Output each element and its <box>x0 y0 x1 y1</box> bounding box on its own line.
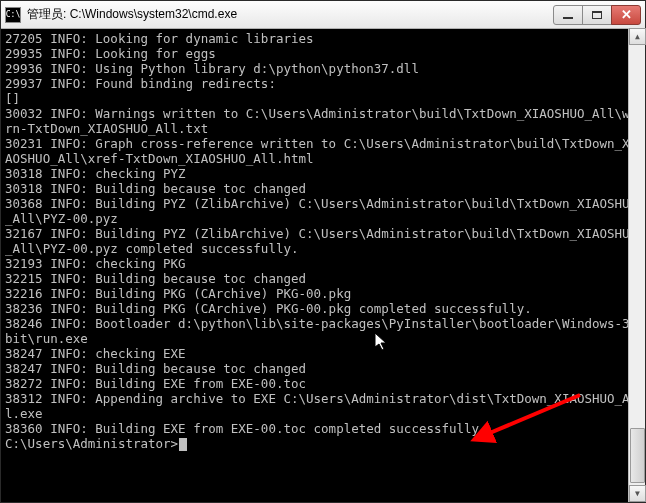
terminal-line: 32167 INFO: Building PYZ (ZlibArchive) C… <box>5 226 641 256</box>
minimize-button[interactable] <box>553 5 583 25</box>
vertical-scrollbar[interactable]: ▲ ▼ <box>628 28 645 502</box>
terminal-line: 30318 INFO: checking PYZ <box>5 166 641 181</box>
terminal-line: 32193 INFO: checking PKG <box>5 256 641 271</box>
maximize-button[interactable] <box>582 5 612 25</box>
terminal-cursor <box>179 438 187 451</box>
terminal-line: 30368 INFO: Building PYZ (ZlibArchive) C… <box>5 196 641 226</box>
terminal-line: 29936 INFO: Using Python library d:\pyth… <box>5 61 641 76</box>
terminal-line: 38272 INFO: Building EXE from EXE-00.toc <box>5 376 641 391</box>
scroll-down-button[interactable]: ▼ <box>629 485 646 502</box>
terminal-line: 30318 INFO: Building because toc changed <box>5 181 641 196</box>
terminal-output[interactable]: 27205 INFO: Looking for dynamic librarie… <box>1 29 645 502</box>
terminal-line: 32215 INFO: Building because toc changed <box>5 271 641 286</box>
scroll-thumb[interactable] <box>630 428 645 483</box>
maximize-icon <box>592 11 602 19</box>
cmd-icon: C:\ <box>5 7 21 23</box>
terminal-line: 30231 INFO: Graph cross-reference writte… <box>5 136 641 166</box>
titlebar[interactable]: C:\ 管理员: C:\Windows\system32\cmd.exe ✕ <box>1 1 645 29</box>
terminal-line: 38312 INFO: Appending archive to EXE C:\… <box>5 391 641 421</box>
terminal-line: 38247 INFO: Building because toc changed <box>5 361 641 376</box>
terminal-line: [] <box>5 91 641 106</box>
cmd-window: C:\ 管理员: C:\Windows\system32\cmd.exe ✕ 2… <box>0 0 646 503</box>
scroll-up-button[interactable]: ▲ <box>629 28 646 45</box>
terminal-line: 38246 INFO: Bootloader d:\python\lib\sit… <box>5 316 641 346</box>
terminal-line: 38360 INFO: Building EXE from EXE-00.toc… <box>5 421 641 436</box>
window-title: 管理员: C:\Windows\system32\cmd.exe <box>27 6 554 23</box>
terminal-line: 30032 INFO: Warnings written to C:\Users… <box>5 106 641 136</box>
terminal-line: 29935 INFO: Looking for eggs <box>5 46 641 61</box>
terminal-line: C:\Users\Administrator> <box>5 436 641 451</box>
terminal-line: 29937 INFO: Found binding redirects: <box>5 76 641 91</box>
close-button[interactable]: ✕ <box>611 5 641 25</box>
terminal-line: 32216 INFO: Building PKG (CArchive) PKG-… <box>5 286 641 301</box>
terminal-line: 38236 INFO: Building PKG (CArchive) PKG-… <box>5 301 641 316</box>
minimize-icon <box>563 17 573 19</box>
window-controls: ✕ <box>554 5 641 25</box>
terminal-line: 38247 INFO: checking EXE <box>5 346 641 361</box>
close-icon: ✕ <box>621 7 632 22</box>
terminal-line: 27205 INFO: Looking for dynamic librarie… <box>5 31 641 46</box>
